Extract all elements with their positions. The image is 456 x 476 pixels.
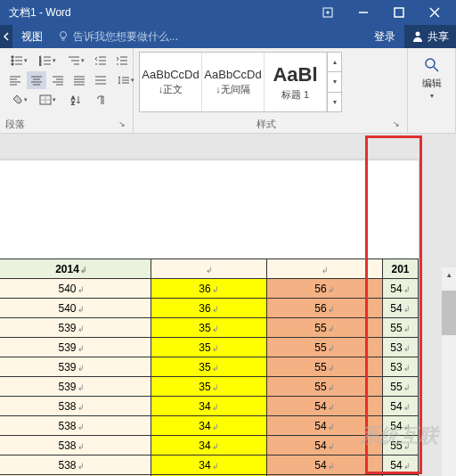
table-cell[interactable]: 538↲ (0, 416, 151, 436)
table-cell[interactable]: 36↲ (151, 299, 267, 318)
table-cell[interactable]: 538↲ (0, 397, 151, 416)
justify-button[interactable] (69, 71, 89, 89)
gallery-more-button[interactable]: ▾ (328, 93, 341, 111)
table-cell[interactable]: 56↲ (267, 279, 383, 299)
table-cell[interactable]: 54↲ (267, 436, 383, 455)
table-cell[interactable]: 35↲ (151, 357, 267, 377)
data-table[interactable]: 2014↲ ↲ ↲ 201 540↲36↲56↲54↲540↲36↲56↲54↲… (0, 259, 419, 476)
table-cell[interactable]: 539↲ (0, 377, 151, 397)
table-cell[interactable]: 35↲ (151, 338, 267, 357)
paragraph-dialog-launcher[interactable]: ↘ (118, 119, 127, 128)
header-blank1[interactable]: ↲ (151, 259, 267, 279)
tab-back[interactable] (0, 25, 12, 48)
svg-point-6 (416, 32, 420, 37)
group-styles: AaBbCcDd ↓正文 AaBbCcDd ↓无间隔 AaBl 标题 1 ▴ ▾… (134, 48, 408, 133)
numbering-button[interactable]: 123▾ (34, 52, 61, 70)
gallery-up-button[interactable]: ▴ (328, 53, 341, 72)
share-button[interactable]: 共享 (404, 25, 456, 48)
vertical-scrollbar[interactable]: ▴ (442, 267, 456, 476)
header-blank2[interactable]: ↲ (267, 259, 383, 279)
scroll-thumb[interactable] (442, 291, 456, 335)
bullets-button[interactable]: ▾ (5, 52, 32, 70)
table-row[interactable]: 539↲35↲55↲55↲ (0, 318, 419, 338)
svg-point-5 (61, 32, 67, 38)
align-left-button[interactable] (5, 71, 25, 89)
table-row[interactable]: 538↲34↲54↲55↲ (0, 436, 419, 455)
table-cell[interactable]: 54↲ (383, 455, 419, 475)
table-row[interactable]: 538↲34↲54↲54↲ (0, 416, 419, 436)
table-cell[interactable]: 538↲ (0, 436, 151, 455)
svg-line-47 (434, 67, 438, 71)
table-cell[interactable]: 540↲ (0, 279, 151, 299)
show-marks-button[interactable] (91, 91, 110, 109)
table-cell[interactable]: 54↲ (267, 455, 383, 475)
maximize-button[interactable] (381, 0, 417, 25)
table-cell[interactable]: 36↲ (151, 279, 267, 299)
table-cell[interactable]: 53↲ (383, 357, 419, 377)
table-cell[interactable]: 55↲ (383, 377, 419, 397)
table-cell[interactable]: 538↲ (0, 455, 151, 475)
table-cell[interactable]: 53↲ (383, 338, 419, 357)
sort-button[interactable]: AZ (62, 91, 89, 109)
table-cell[interactable]: 539↲ (0, 357, 151, 377)
table-cell[interactable]: 54↲ (267, 397, 383, 416)
decrease-indent-button[interactable] (91, 52, 110, 70)
table-cell[interactable]: 539↲ (0, 338, 151, 357)
tab-view[interactable]: 视图 (12, 25, 52, 48)
borders-button[interactable]: ▾ (34, 91, 61, 109)
multilevel-button[interactable]: ▾ (62, 52, 89, 70)
header-2014[interactable]: 2014↲ (0, 259, 151, 279)
page[interactable]: 2014↲ ↲ ↲ 201 540↲36↲56↲54↲540↲36↲56↲54↲… (0, 160, 419, 476)
table-cell[interactable]: 56↲ (267, 299, 383, 318)
style-normal[interactable]: AaBbCcDd ↓正文 (140, 53, 202, 111)
table-cell[interactable]: 35↲ (151, 377, 267, 397)
table-cell[interactable]: 54↲ (383, 299, 419, 318)
distribute-button[interactable] (91, 71, 110, 89)
login-button[interactable]: 登录 (365, 29, 404, 45)
titlebar: 文档1 - Word (0, 0, 456, 25)
table-cell[interactable]: 34↲ (151, 455, 267, 475)
table-cell[interactable]: 55↲ (267, 357, 383, 377)
table-cell[interactable]: 55↲ (267, 318, 383, 338)
table-cell[interactable]: 54↲ (267, 416, 383, 436)
table-cell[interactable]: 34↲ (151, 397, 267, 416)
chevron-left-icon (4, 32, 9, 41)
menubar: 视图 告诉我您想要做什么... 登录 共享 (0, 25, 456, 48)
gallery-down-button[interactable]: ▾ (328, 72, 341, 92)
shading-button[interactable]: ▾ (5, 91, 32, 109)
table-row[interactable]: 538↲34↲54↲54↲ (0, 455, 419, 475)
table-cell[interactable]: 540↲ (0, 299, 151, 318)
table-cell[interactable]: 54↲ (383, 416, 419, 436)
scroll-up-button[interactable]: ▴ (442, 267, 456, 282)
tell-me-hint[interactable]: 告诉我您想要做什么... (57, 29, 178, 45)
find-button[interactable]: 编辑 ▾ (417, 52, 447, 131)
ribbon-options-button[interactable] (310, 0, 346, 25)
table-cell[interactable]: 55↲ (383, 318, 419, 338)
table-cell[interactable]: 55↲ (267, 377, 383, 397)
table-cell[interactable]: 35↲ (151, 318, 267, 338)
styles-dialog-launcher[interactable]: ↘ (393, 119, 402, 128)
table-row[interactable]: 539↲35↲55↲55↲ (0, 377, 419, 397)
table-row[interactable]: 540↲36↲56↲54↲ (0, 299, 419, 318)
increase-indent-button[interactable] (112, 52, 132, 70)
header-partial[interactable]: 201 (383, 259, 419, 279)
close-button[interactable] (417, 0, 452, 25)
table-cell[interactable]: 54↲ (383, 279, 419, 299)
table-row[interactable]: 538↲34↲54↲54↲ (0, 397, 419, 416)
svg-text:Z: Z (71, 101, 75, 105)
align-right-button[interactable] (48, 71, 68, 89)
style-nospacing[interactable]: AaBbCcDd ↓无间隔 (202, 53, 265, 111)
table-cell[interactable]: 55↲ (267, 338, 383, 357)
table-cell[interactable]: 34↲ (151, 436, 267, 455)
style-heading1[interactable]: AaBl 标题 1 (265, 53, 327, 111)
align-center-button[interactable] (27, 71, 46, 89)
group-styles-label: 样式 (139, 116, 393, 131)
table-row[interactable]: 540↲36↲56↲54↲ (0, 279, 419, 299)
table-row[interactable]: 539↲35↲55↲53↲ (0, 357, 419, 377)
minimize-button[interactable] (346, 0, 381, 25)
table-cell[interactable]: 34↲ (151, 416, 267, 436)
table-cell[interactable]: 54↲ (383, 397, 419, 416)
table-cell[interactable]: 539↲ (0, 318, 151, 338)
table-row[interactable]: 539↲35↲55↲53↲ (0, 338, 419, 357)
table-cell[interactable]: 55↲ (383, 436, 419, 455)
